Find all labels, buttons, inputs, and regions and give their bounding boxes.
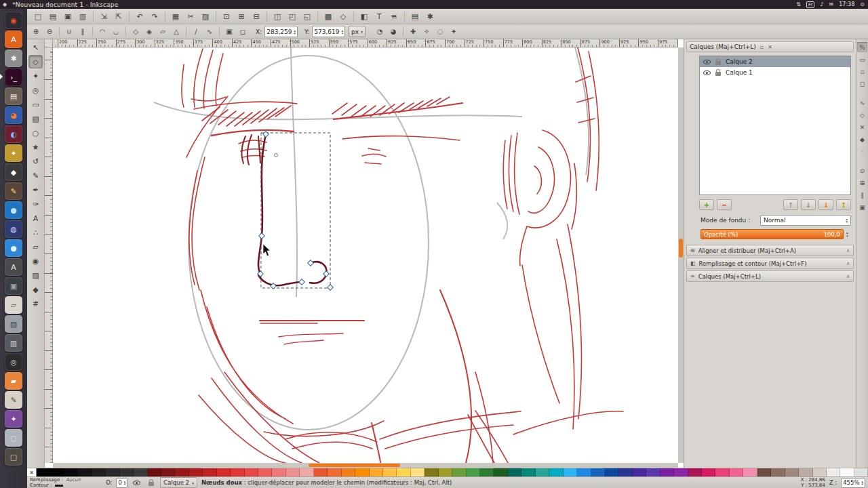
spinner-arrows-icon[interactable]: ▴▾: [294, 29, 296, 35]
duplicate-button[interactable]: ◫: [271, 10, 284, 22]
layer-lock-toggle[interactable]: [146, 479, 156, 487]
tool-bezier-button[interactable]: ✒: [28, 183, 43, 197]
fill-stroke-indicator[interactable]: Remplissage : Aucun Contour :: [30, 477, 102, 488]
launcher-media-player[interactable]: ◐: [5, 125, 22, 143]
palette-swatch[interactable]: [397, 468, 410, 476]
blend-mode-select[interactable]: Normal ▴▾: [760, 215, 851, 226]
edit-mask-button[interactable]: ◕: [387, 26, 399, 37]
palette-swatch[interactable]: [286, 468, 300, 476]
tool-3dbox-button[interactable]: ▧: [28, 112, 43, 125]
palette-swatch[interactable]: [730, 468, 743, 476]
collapse-icon[interactable]: ∧: [846, 261, 850, 266]
print-document-button[interactable]: ▥: [76, 10, 90, 22]
snap-bbox-button[interactable]: ▭: [857, 54, 867, 64]
palette-swatch[interactable]: [827, 468, 840, 476]
lower-to-bottom-button[interactable]: ↓: [818, 199, 833, 210]
palette-swatch[interactable]: [120, 468, 134, 476]
palette-swatch[interactable]: [536, 468, 549, 476]
import-button[interactable]: ⇲: [97, 10, 111, 22]
join-segment-button[interactable]: ◠: [96, 26, 108, 37]
tool-tweak-button[interactable]: ✦: [28, 69, 43, 83]
palette-swatch[interactable]: [605, 468, 618, 476]
delete-layer-button[interactable]: −: [717, 199, 732, 210]
cut-button[interactable]: ✂: [184, 10, 197, 22]
launcher-terminal[interactable]: ›_: [5, 68, 22, 86]
zoom-selection-button[interactable]: ⊡: [220, 10, 233, 22]
panel-header[interactable]: ◧Remplissage et contour (Maj+Ctrl+F)∧: [686, 258, 854, 269]
palette-swatch[interactable]: [258, 468, 272, 476]
horizontal-scrollbar-thumb[interactable]: [309, 464, 400, 467]
layer-visibility-icon[interactable]: [703, 70, 711, 75]
palette-swatch[interactable]: [564, 468, 577, 476]
indicator-keyboard[interactable]: Fr: [806, 1, 814, 8]
palette-swatch[interactable]: [452, 468, 466, 476]
unlink-clone-button[interactable]: ◱: [300, 10, 314, 22]
palette-swatch[interactable]: [272, 468, 285, 476]
zoom-drawing-button[interactable]: ⊞: [235, 10, 248, 22]
opacity-slider[interactable]: Opacité (%) 100,0: [701, 229, 844, 239]
launcher-camera-app[interactable]: ◎: [5, 353, 22, 371]
palette-swatch[interactable]: [78, 468, 92, 476]
collapse-icon[interactable]: ∧: [846, 274, 850, 279]
export-button[interactable]: ⇱: [112, 10, 125, 22]
panel-header[interactable]: ≡Calques (Maj+Ctrl+L)∧: [686, 270, 854, 282]
open-document-button[interactable]: ▤: [46, 10, 60, 22]
launcher-eraser-app[interactable]: ▱: [5, 296, 22, 314]
launcher-dash-home[interactable]: ◉: [5, 12, 22, 29]
vertical-scrollbar[interactable]: [678, 47, 684, 463]
palette-swatch[interactable]: [757, 468, 771, 476]
lower-layer-button[interactable]: ↓: [801, 199, 816, 210]
raise-to-top-button[interactable]: ↥: [836, 199, 851, 210]
layer-lock-icon[interactable]: [715, 72, 721, 76]
palette-swatch[interactable]: [37, 468, 50, 476]
raise-layer-button[interactable]: ↑: [783, 199, 798, 210]
node-handle[interactable]: [275, 154, 278, 157]
palette-swatch[interactable]: [175, 468, 189, 476]
palette-swatch[interactable]: [743, 468, 757, 476]
palette-swatch[interactable]: [245, 468, 258, 476]
vertical-ruler[interactable]: [45, 47, 53, 463]
palette-swatch[interactable]: [840, 468, 854, 476]
palette-swatch[interactable]: [521, 468, 535, 476]
snap-grid-button[interactable]: ⊞: [857, 178, 867, 188]
palette-swatch[interactable]: [148, 468, 161, 476]
palette-swatch[interactable]: [799, 468, 812, 476]
line-segment-button[interactable]: ∕: [190, 26, 202, 37]
palette-swatch[interactable]: [467, 468, 480, 476]
tool-ellipse-button[interactable]: ○: [28, 126, 43, 140]
tool-calligraphy-button[interactable]: ✑: [28, 197, 43, 211]
palette-swatch[interactable]: [633, 468, 646, 476]
panel-header[interactable]: ⊞Aligner et distribuer (Maj+Ctrl+A)∧: [686, 245, 854, 256]
tool-dropper-button[interactable]: ◆: [28, 283, 43, 296]
spinner-arrows-icon[interactable]: ▴▾: [124, 480, 126, 485]
object-opacity-field[interactable]: 0 ▴▾: [116, 478, 127, 488]
launcher-software-center[interactable]: A: [5, 30, 22, 48]
palette-swatch[interactable]: [189, 468, 203, 476]
palette-swatch[interactable]: [813, 468, 827, 476]
ungroup-button[interactable]: ◇: [336, 10, 350, 22]
snap-bbox-corners-button[interactable]: ◻: [857, 79, 867, 89]
dock-close-icon[interactable]: ✕: [768, 44, 772, 50]
palette-swatch[interactable]: [439, 468, 452, 476]
snap-paths-button[interactable]: ◇: [857, 110, 867, 120]
launcher-screenshot-app[interactable]: ✦: [5, 410, 22, 428]
copy-button[interactable]: ▦: [169, 10, 182, 22]
palette-swatch[interactable]: [688, 468, 702, 476]
palette-swatch[interactable]: [577, 468, 591, 476]
launcher-sphere-app[interactable]: ●: [5, 239, 22, 257]
palette-swatch[interactable]: [674, 468, 688, 476]
spinner-arrows-icon[interactable]: ▴▾: [342, 29, 344, 35]
show-transform-handles-button[interactable]: ✚: [407, 26, 419, 37]
snap-toggle-button[interactable]: %: [857, 42, 867, 52]
text-dialog-button[interactable]: T: [372, 10, 386, 22]
object-to-path-button[interactable]: ▣: [223, 26, 235, 37]
redo-button[interactable]: ↷: [148, 10, 161, 22]
palette-swatch[interactable]: [342, 468, 355, 476]
launcher-pen-app[interactable]: ✎: [5, 182, 22, 200]
launcher-inkscape[interactable]: ◆: [5, 163, 22, 181]
selection-bbox[interactable]: [261, 133, 330, 288]
palette-swatch[interactable]: [203, 468, 216, 476]
palette-swatch[interactable]: [702, 468, 715, 476]
palette-swatch[interactable]: [161, 468, 175, 476]
palette-swatch[interactable]: [355, 468, 369, 476]
